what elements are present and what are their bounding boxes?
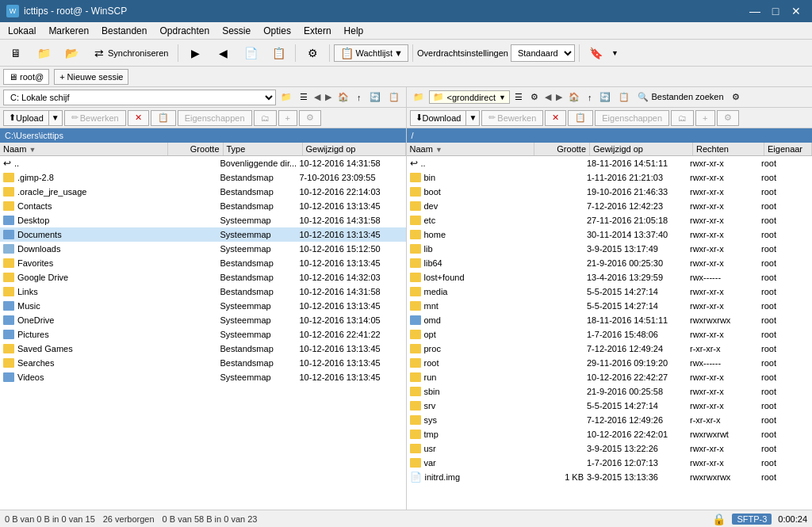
left-btn-2[interactable]: + (278, 110, 297, 126)
left-btn-1[interactable]: 🗂 (254, 110, 277, 126)
right-list-item[interactable]: etc27-11-2016 21:05:18rwxr-xr-xroot (407, 213, 813, 227)
toolbar-btn-8[interactable]: ⚙ (300, 43, 325, 63)
left-list-item[interactable]: DocumentsSysteemmap10-12-2016 13:13:45 (0, 227, 406, 242)
right-btn-2[interactable]: + (695, 110, 714, 126)
left-path-btn-4[interactable]: ↑ (354, 90, 365, 105)
right-btn-3[interactable]: ⚙ (717, 110, 739, 126)
right-delete-button[interactable]: ✕ (545, 110, 566, 126)
left-path-btn-2[interactable]: ☰ (297, 90, 311, 105)
right-path-btn-4[interactable]: 🏠 (565, 90, 583, 105)
right-list-item[interactable]: sys7-12-2016 12:49:26r-xr-xr-xroot (407, 413, 813, 427)
left-path-btn-5[interactable]: 🔄 (366, 90, 384, 105)
menu-lokaal[interactable]: Lokaal (3, 24, 40, 38)
right-list-item[interactable]: boot19-10-2016 21:46:33rwxr-xr-xroot (407, 185, 813, 199)
toolbar-btn-4[interactable]: ▶ (182, 43, 208, 63)
right-list-item[interactable]: 📄initrd.img1 KB3-9-2015 13:13:36rwxrwxrw… (407, 470, 813, 484)
right-list-item[interactable]: opt1-7-2016 15:48:06rwxr-xr-xroot (407, 327, 813, 342)
right-back-arrow[interactable]: ◀ (543, 91, 553, 103)
new-session-button[interactable]: + Nieuwe sessie (54, 69, 128, 85)
toolbar-btn-6[interactable]: 📄 (238, 43, 263, 63)
right-extra-btn[interactable]: ⚙ (729, 90, 743, 105)
left-file-list[interactable]: ↩..Bovenliggende dir...10-12-2016 14:31:… (0, 156, 406, 510)
synchronize-button[interactable]: ⇄ Synchroniseren (86, 43, 174, 63)
upload-dropdown-arrow[interactable]: ▼ (48, 110, 63, 126)
right-list-item[interactable]: omd18-11-2016 14:51:11rwxrwxrwxroot (407, 313, 813, 327)
right-col-date[interactable]: Gewijzigd op (590, 143, 693, 155)
menu-markeren[interactable]: Markeren (44, 24, 94, 38)
minimize-button[interactable]: — (745, 3, 764, 19)
right-col-naam[interactable]: Naam ▼ (407, 143, 535, 155)
close-button[interactable]: ✕ (787, 3, 806, 19)
upload-button[interactable]: ⬆ Upload (3, 110, 48, 126)
left-list-item[interactable]: PicturesSysteemmap10-12-2016 22:41:22 (0, 327, 406, 342)
right-file-list[interactable]: ↩..18-11-2016 14:51:11rwxr-xr-xrootbin1-… (407, 156, 813, 510)
right-path-input[interactable]: 📁 <gronddirect ▼ (429, 90, 510, 104)
left-eigenschappen-button[interactable]: Eigenschappen (178, 110, 252, 126)
toolbar-btn-1[interactable]: 🖥 (3, 43, 29, 63)
left-list-item[interactable]: Saved GamesBestandsmap10-12-2016 13:13:4… (0, 342, 406, 356)
right-btn-1[interactable]: 🗂 (671, 110, 694, 126)
right-forward-arrow[interactable]: ▶ (554, 91, 564, 103)
toolbar-btn-3[interactable]: 📂 (59, 43, 84, 63)
left-list-item[interactable]: Google DriveBestandsmap10-12-2016 14:32:… (0, 270, 406, 285)
left-list-item[interactable]: MusicSysteemmap10-12-2016 13:13:45 (0, 299, 406, 313)
right-copy-button[interactable]: 📋 (568, 110, 593, 126)
left-btn-3[interactable]: ⚙ (299, 110, 321, 126)
left-list-item[interactable]: ↩..Bovenliggende dir...10-12-2016 14:31:… (0, 156, 406, 170)
right-col-rechten[interactable]: Rechten (693, 143, 764, 155)
right-col-grootte[interactable]: Grootte (534, 143, 590, 155)
left-col-type[interactable]: Type (224, 143, 303, 155)
right-list-item[interactable]: media5-5-2015 14:27:14rwxr-xr-xroot (407, 285, 813, 299)
right-path-btn-3[interactable]: ⚙ (527, 90, 542, 105)
right-list-item[interactable]: srv5-5-2015 14:27:14rwxr-xr-xroot (407, 399, 813, 413)
right-list-item[interactable]: var1-7-2016 12:07:13rwxr-xr-xroot (407, 456, 813, 470)
right-list-item[interactable]: dev7-12-2016 12:42:23rwxr-xr-xroot (407, 199, 813, 213)
left-col-grootte[interactable]: Grootte (168, 143, 224, 155)
menu-opties[interactable]: Opties (259, 24, 296, 38)
right-list-item[interactable]: run10-12-2016 22:42:27rwxr-xr-xroot (407, 370, 813, 384)
left-list-item[interactable]: .gimp-2.8Bestandsmap7-10-2016 23:09:55 (0, 170, 406, 185)
right-path-btn-7[interactable]: 📋 (615, 90, 633, 105)
right-list-item[interactable]: lib3-9-2015 13:17:49rwxr-xr-xroot (407, 242, 813, 256)
left-col-date[interactable]: Gewijzigd op (303, 143, 406, 155)
wachtlijst-dropdown[interactable]: 📋 Wachtlijst ▼ (334, 44, 408, 62)
left-path-btn-6[interactable]: 📋 (385, 90, 403, 105)
download-button[interactable]: ⬇ Download (410, 110, 466, 126)
right-path-btn-6[interactable]: 🔄 (596, 90, 614, 105)
menu-opdrachten[interactable]: Opdrachten (155, 24, 214, 38)
standaard-select[interactable]: Standaard (511, 44, 575, 62)
right-col-eigenaar[interactable]: Eigenaar (764, 143, 812, 155)
toolbar-btn-2[interactable]: 📁 (31, 43, 56, 63)
left-list-item[interactable]: ContactsBestandsmap10-12-2016 13:13:45 (0, 199, 406, 213)
right-path-btn-5[interactable]: ↑ (584, 90, 596, 105)
right-list-item[interactable]: home30-11-2014 13:37:40rwxr-xr-xroot (407, 227, 813, 242)
right-bewerken-button[interactable]: ✏ Bewerken (481, 110, 543, 126)
left-list-item[interactable]: DownloadsSysteemmap10-12-2016 15:12:50 (0, 242, 406, 256)
right-list-item[interactable]: ↩..18-11-2016 14:51:11rwxr-xr-xroot (407, 156, 813, 170)
right-list-item[interactable]: proc7-12-2016 12:49:24r-xr-xr-xroot (407, 342, 813, 356)
left-back-arrow[interactable]: ◀ (312, 91, 322, 103)
right-list-item[interactable]: lib6421-9-2016 00:25:30rwxr-xr-xroot (407, 256, 813, 270)
find-files-button[interactable]: 🔍 Bestanden zoeken (634, 90, 726, 105)
left-list-item[interactable]: FavoritesBestandsmap10-12-2016 13:13:45 (0, 256, 406, 270)
maximize-button[interactable]: □ (766, 3, 785, 19)
left-drive-select[interactable]: C: Lokale schijf (3, 90, 276, 105)
right-list-item[interactable]: root29-11-2016 09:19:20rwx------root (407, 356, 813, 370)
left-col-naam[interactable]: Naam ▼ (0, 143, 168, 155)
right-list-item[interactable]: lost+found13-4-2016 13:29:59rwx------roo… (407, 270, 813, 285)
menu-extern[interactable]: Extern (299, 24, 336, 38)
download-dropdown-arrow[interactable]: ▼ (465, 110, 480, 126)
right-path-btn-2[interactable]: ☰ (511, 90, 526, 105)
left-path-btn-1[interactable]: 📁 (278, 90, 295, 105)
toolbar-btn-5[interactable]: ◀ (210, 43, 236, 63)
menu-sessie[interactable]: Sessie (217, 24, 255, 38)
right-list-item[interactable]: usr3-9-2015 13:22:26rwxr-xr-xroot (407, 441, 813, 456)
right-eigenschappen-button[interactable]: Eigenschappen (595, 110, 669, 126)
left-forward-arrow[interactable]: ▶ (324, 91, 333, 103)
toolbar-btn-9[interactable]: 🔖 (584, 43, 609, 63)
right-path-btn-1[interactable]: 📁 (410, 90, 427, 105)
left-list-item[interactable]: OneDriveSysteemmap10-12-2016 13:14:05 (0, 313, 406, 327)
right-list-item[interactable]: tmp10-12-2016 22:42:01rwxrwxrwtroot (407, 427, 813, 441)
left-copy-button[interactable]: 📋 (151, 110, 176, 126)
left-bewerken-button[interactable]: ✏ Bewerken (64, 110, 126, 126)
